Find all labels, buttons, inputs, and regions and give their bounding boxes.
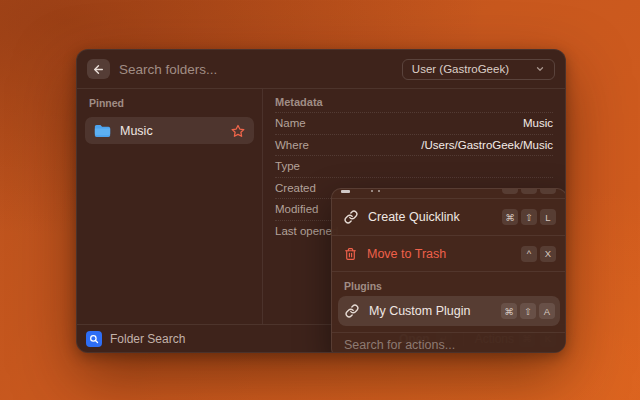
user-dropdown[interactable]: User (GastroGeek): [402, 59, 555, 80]
clipped-keycap: [540, 189, 556, 194]
shortcut-keys: ^ X: [521, 246, 556, 262]
keycap-ctrl: ^: [521, 246, 537, 262]
link-icon: [344, 210, 358, 224]
chevron-down-icon: [535, 64, 545, 74]
clipped-keycap: [521, 189, 537, 194]
clipped-text-fragment: [378, 190, 380, 192]
keycap-shift: ⇧: [521, 209, 537, 225]
metadata-label: Name: [275, 117, 306, 129]
link-icon: [345, 304, 359, 318]
back-button[interactable]: [87, 59, 110, 79]
sidebar-item-label: Music: [120, 124, 222, 138]
keycap-cmd: ⌘: [501, 303, 517, 319]
folder-icon: [94, 124, 111, 138]
actions-search-input[interactable]: [344, 338, 554, 352]
arrow-left-icon: [92, 63, 105, 76]
metadata-label: Where: [275, 139, 309, 151]
keycap-x: X: [540, 246, 556, 262]
clipped-icon: [341, 190, 350, 193]
action-label: Create Quicklink: [368, 210, 492, 224]
sidebar: Pinned Music: [77, 89, 263, 324]
folder-search-window: User (GastroGeek) Pinned Music: [76, 49, 566, 353]
clipped-keycap: [502, 189, 518, 194]
actions-search: [332, 332, 566, 353]
keycap-shift: ⇧: [520, 303, 536, 319]
keycap-cmd: ⌘: [502, 209, 518, 225]
sidebar-item-music[interactable]: Music: [85, 117, 254, 144]
keycap-a: A: [539, 303, 555, 319]
action-move-to-trash[interactable]: Move to Trash ^ X: [332, 236, 566, 272]
window-header: User (GastroGeek): [77, 50, 565, 89]
action-create-quicklink[interactable]: Create Quicklink ⌘ ⇧ L: [332, 199, 566, 236]
metadata-label: Modified: [275, 203, 318, 215]
user-dropdown-value: User (GastroGeek): [412, 63, 509, 75]
plugins-section-label: Plugins: [332, 272, 566, 296]
action-my-custom-plugin[interactable]: My Custom Plugin ⌘ ⇧ A: [338, 296, 560, 326]
clipped-action-row[interactable]: [332, 189, 566, 199]
clipped-text-fragment: [371, 190, 373, 192]
desktop-wallpaper: User (GastroGeek) Pinned Music: [0, 0, 640, 400]
metadata-label: Type: [275, 160, 300, 172]
shortcut-keys: ⌘ ⇧ L: [502, 209, 556, 225]
metadata-header: Metadata: [275, 92, 553, 112]
actions-popup: Create Quicklink ⌘ ⇧ L Move to Trash ^ X: [331, 188, 566, 353]
pinned-section-label: Pinned: [85, 95, 254, 112]
search-input[interactable]: [119, 62, 402, 77]
action-label: My Custom Plugin: [369, 304, 491, 318]
app-search-icon: [86, 331, 102, 347]
trash-icon: [344, 247, 357, 261]
shortcut-keys: ⌘ ⇧ A: [501, 303, 555, 319]
action-label: Move to Trash: [367, 247, 511, 261]
window-body: Pinned Music Metadata: [77, 89, 565, 324]
metadata-value: /Users/GastroGeek/Music: [421, 139, 553, 151]
metadata-label: Last opened: [275, 225, 338, 237]
metadata-label: Created: [275, 182, 316, 194]
metadata-row-where: Where /Users/GastroGeek/Music: [275, 134, 553, 156]
metadata-row-name: Name Music: [275, 112, 553, 134]
pin-star-icon[interactable]: [231, 124, 245, 138]
metadata-row-type: Type: [275, 155, 553, 177]
metadata-value: Music: [523, 117, 553, 129]
keycap-l: L: [540, 209, 556, 225]
